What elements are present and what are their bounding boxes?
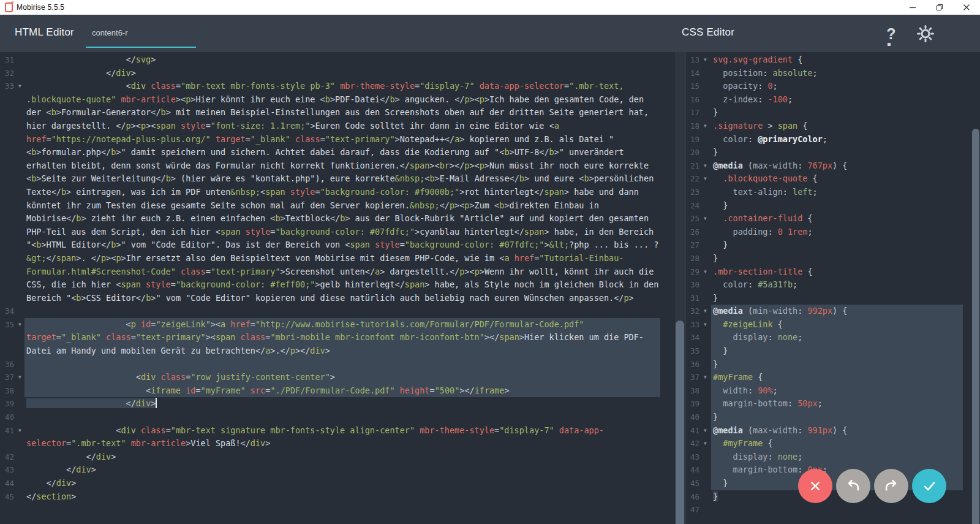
css-editor-pane[interactable]: 13▼svg.svg-gradient {14 position: absolu… bbox=[685, 52, 971, 524]
code-line-content[interactable]: display: none; bbox=[711, 331, 963, 344]
code-line-content[interactable]: display: none; bbox=[711, 450, 963, 464]
fold-arrow-icon[interactable]: ▼ bbox=[704, 176, 707, 181]
code-line-content[interactable]: </section> bbox=[24, 490, 660, 504]
code-line-content[interactable]: } bbox=[711, 344, 963, 358]
fold-arrow-icon[interactable]: ▼ bbox=[704, 163, 707, 169]
fold-arrow-icon[interactable]: ▼ bbox=[704, 374, 707, 380]
code-line-content[interactable]: .container-fluid { bbox=[711, 212, 963, 226]
code-line-content[interactable]: @media (max-width: 767px) { bbox=[711, 159, 963, 173]
close-button[interactable] bbox=[953, 0, 980, 15]
line-number-gutter: 20 bbox=[685, 146, 711, 159]
code-line-content[interactable]: color: #5a31fb; bbox=[711, 278, 963, 292]
fold-arrow-icon[interactable]: ▼ bbox=[704, 216, 707, 221]
fold-arrow-icon[interactable]: ▼ bbox=[704, 308, 707, 314]
code-line-content[interactable]: #zeigeLink { bbox=[711, 318, 963, 332]
line-number-gutter: 42 bbox=[0, 450, 24, 464]
code-line: 33▼ <div class="mbr-text mbr-fonts-style… bbox=[0, 80, 675, 305]
code-line-content[interactable]: width: 90%; bbox=[711, 384, 963, 398]
code-line-content[interactable] bbox=[24, 305, 660, 318]
line-number-gutter: 45 bbox=[685, 477, 711, 490]
code-line-content[interactable]: } bbox=[711, 106, 963, 120]
code-line-content[interactable]: z-index: -100; bbox=[711, 93, 963, 107]
code-line-content[interactable]: #myFrame { bbox=[711, 371, 963, 384]
help-button[interactable]: ? bbox=[880, 22, 903, 45]
gear-icon bbox=[916, 24, 935, 44]
line-number-gutter: 32 bbox=[0, 67, 24, 80]
code-line-content[interactable]: position: absolute; bbox=[711, 67, 963, 80]
code-line: 34 display: none; bbox=[685, 331, 971, 344]
settings-button[interactable] bbox=[914, 22, 937, 45]
fold-arrow-icon[interactable]: ▼ bbox=[704, 269, 707, 275]
line-number: 18 bbox=[690, 120, 702, 133]
line-number-gutter: 22▼ bbox=[685, 172, 711, 186]
code-line-content[interactable]: </svg> bbox=[24, 53, 660, 67]
code-line-content[interactable]: padding: 0 1rem; bbox=[711, 226, 963, 239]
line-number-gutter: 14 bbox=[685, 67, 711, 80]
code-line-content[interactable]: margin-bottom: 50px; bbox=[711, 397, 963, 411]
line-number: 41 bbox=[690, 424, 702, 438]
undo-arrow-icon bbox=[845, 477, 862, 495]
code-line-content[interactable] bbox=[711, 503, 963, 517]
redo-button[interactable] bbox=[874, 469, 908, 503]
code-line-content[interactable]: } bbox=[711, 358, 963, 371]
code-line-content[interactable]: } bbox=[711, 199, 963, 213]
code-line-content[interactable]: </div> bbox=[24, 450, 660, 464]
code-line-content[interactable]: <div class="mbr-text mbr-fonts-style pb-… bbox=[24, 80, 660, 305]
maximize-button[interactable] bbox=[926, 0, 953, 15]
apply-button[interactable] bbox=[912, 469, 946, 503]
code-line-content[interactable]: opacity: 0; bbox=[711, 80, 963, 93]
code-line-content[interactable]: </div> bbox=[24, 477, 660, 490]
code-line-content[interactable]: <div class="mbr-text signature mbr-fonts… bbox=[24, 424, 660, 450]
fold-arrow-icon[interactable]: ▼ bbox=[18, 83, 21, 89]
code-line-content[interactable]: </div> bbox=[24, 397, 660, 411]
selection-highlight: </div> bbox=[26, 398, 156, 408]
line-number-gutter: 18▼ bbox=[685, 120, 711, 133]
html-editor-scrollbar-thumb[interactable] bbox=[676, 321, 684, 524]
css-editor-scrollbar-thumb[interactable] bbox=[972, 129, 979, 524]
fold-arrow-icon[interactable]: ▼ bbox=[704, 57, 707, 63]
code-line-content[interactable]: } bbox=[711, 146, 963, 159]
code-line: 43 </div> bbox=[0, 463, 675, 477]
code-line-content[interactable] bbox=[24, 358, 660, 371]
cancel-button[interactable] bbox=[798, 469, 832, 503]
line-number-gutter: 35▼ bbox=[0, 318, 24, 358]
code-line-content[interactable]: } bbox=[711, 238, 963, 252]
fold-arrow-icon[interactable]: ▼ bbox=[704, 441, 707, 446]
code-line-content[interactable] bbox=[24, 411, 660, 424]
line-number: 39 bbox=[5, 397, 17, 411]
tab-content6-r[interactable]: content6-r bbox=[86, 22, 196, 48]
html-editor-scrollbar[interactable] bbox=[675, 52, 685, 524]
fold-arrow-icon[interactable]: ▼ bbox=[18, 428, 21, 433]
code-line-content[interactable]: <p id="zeigeLink"><a href="http://www.mo… bbox=[24, 318, 660, 358]
code-line-content[interactable]: #myFrame { bbox=[711, 437, 963, 450]
fold-arrow-icon[interactable]: ▼ bbox=[704, 322, 707, 327]
code-line-content[interactable]: @media (min-width: 992px) { bbox=[711, 305, 963, 318]
checkmark-icon bbox=[921, 477, 938, 495]
code-line-content[interactable]: </div> bbox=[24, 67, 660, 80]
code-line: 28} bbox=[685, 252, 971, 265]
code-line-content[interactable]: } bbox=[711, 252, 963, 265]
line-number-gutter: 16 bbox=[685, 93, 711, 107]
code-line-content[interactable]: <div class="row justify-content-center"> bbox=[24, 371, 660, 384]
code-line-content[interactable]: <iframe id="myFrame" src="./PDF/Formular… bbox=[24, 384, 660, 398]
fold-arrow-icon[interactable]: ▼ bbox=[18, 374, 21, 380]
undo-button[interactable] bbox=[836, 469, 870, 503]
minimize-button[interactable] bbox=[899, 0, 926, 15]
line-number: 38 bbox=[690, 384, 702, 398]
code-line-content[interactable]: text-align: left; bbox=[711, 186, 963, 199]
code-line-content[interactable]: svg.svg-gradient { bbox=[711, 53, 963, 67]
code-line-content[interactable]: </div> bbox=[24, 463, 660, 477]
code-line-content[interactable]: .mbr-section-title { bbox=[711, 265, 963, 279]
code-line-content[interactable]: color: @primaryColor; bbox=[711, 133, 963, 146]
code-line-content[interactable]: .signature > span { bbox=[711, 120, 963, 133]
fold-arrow-icon[interactable]: ▼ bbox=[704, 123, 707, 129]
fold-arrow-icon[interactable]: ▼ bbox=[704, 428, 707, 433]
html-editor-pane[interactable]: 31 </svg>32 </div>33▼ <div class="mbr-te… bbox=[0, 52, 675, 524]
code-line-content[interactable]: } bbox=[711, 411, 963, 424]
code-line-content[interactable]: } bbox=[711, 292, 963, 305]
code-line-content[interactable]: .blockquote-quote { bbox=[711, 172, 963, 186]
fold-arrow-icon[interactable]: ▼ bbox=[18, 322, 21, 327]
code-line-content[interactable]: @media (max-width: 991px) { bbox=[711, 424, 963, 438]
css-editor-scrollbar[interactable] bbox=[971, 52, 980, 524]
line-number: 45 bbox=[5, 490, 17, 504]
